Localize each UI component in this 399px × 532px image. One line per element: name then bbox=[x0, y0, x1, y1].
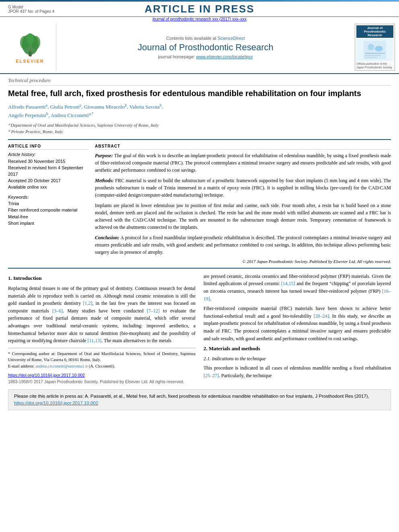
journal-homepage-link[interactable]: www.elsevier.com/locate/jpor bbox=[196, 54, 253, 59]
keyword-trinia: Trinia bbox=[8, 200, 88, 207]
article-title: Metal free, full arch, fixed prosthesis … bbox=[8, 88, 391, 99]
journal-header-center: Contents lists available at ScienceDirec… bbox=[56, 24, 355, 71]
elsevier-logo: ELSEVIER bbox=[4, 24, 56, 71]
journal-thumb-header: Journal ofProsthodonticResearch bbox=[356, 25, 393, 38]
thumb-image-icon bbox=[363, 40, 387, 60]
svg-rect-6 bbox=[364, 41, 386, 59]
authors: Alfredo Passarettia, Giulia Petronia, Gi… bbox=[8, 102, 391, 119]
footnote-corresponding: * Corresponding author at: Department of… bbox=[8, 351, 195, 364]
copyright-line: © 2017 Japan Prosthodontic Society. Publ… bbox=[95, 259, 391, 264]
elsevier-label: ELSEVIER bbox=[16, 59, 44, 64]
abstract-column: ABSTRACT Purpose: The goal of this work … bbox=[95, 144, 391, 264]
journal-title-main: Journal of Prosthodontic Research bbox=[138, 42, 274, 53]
journal-thumbnail: Journal ofProsthodonticResearch Official… bbox=[355, 24, 395, 71]
article-content: Technical procedure Metal free, full arc… bbox=[0, 74, 399, 410]
citation-doi-link[interactable]: https://doi.org/10.1016/j.jpor.2017.10.0… bbox=[14, 401, 98, 405]
affiliation-b: ᵇ Private Practice, Rome, Italy bbox=[8, 128, 391, 135]
elsevier-tree-icon bbox=[14, 31, 46, 58]
author-savoia: Valeria Savoiab bbox=[129, 104, 161, 110]
ref-20-24[interactable]: [20–24] bbox=[314, 313, 329, 319]
article-type: Technical procedure bbox=[8, 74, 391, 86]
author-petroni: Giulia Petronia bbox=[50, 104, 81, 110]
ref-11-13[interactable]: [11,13] bbox=[88, 338, 102, 343]
article-in-press-banner: G Model JPOR 437 No. of Pages 4 ARTICLE … bbox=[0, 2, 399, 17]
svg-rect-9 bbox=[365, 53, 385, 54]
abstract-purpose: Purpose: The goal of this work is to des… bbox=[95, 152, 391, 174]
keywords-section: Keywords: Trinia Fiber reinforced compos… bbox=[8, 195, 88, 227]
ref-14-15[interactable]: [14,15] bbox=[281, 281, 295, 286]
ref-16-19[interactable]: [16–19] bbox=[204, 288, 391, 302]
intro-para3: Fiber-reinforced composite material (FRC… bbox=[204, 305, 391, 342]
svg-point-4 bbox=[26, 33, 34, 44]
materials-para1: This procedure is indicated in all cases… bbox=[204, 364, 391, 379]
materials-subheading: 2.1. Indications to the technique bbox=[204, 355, 391, 363]
sciencedirect-link[interactable]: ScienceDirect bbox=[218, 36, 245, 41]
article-in-press-title: ARTICLE IN PRESS bbox=[72, 3, 327, 15]
keyword-short-implant: Short implant bbox=[8, 220, 88, 227]
author-perpetuini: Angelo Perpetuinib bbox=[8, 112, 48, 118]
footer-rights: 1883-1958/© 2017 Japan Prosthodontic Soc… bbox=[8, 378, 195, 385]
abstract-methods: Methods: FRC material is used to build t… bbox=[95, 177, 391, 199]
journal-thumb-body: Official publication of the Japan Prosth… bbox=[356, 62, 393, 69]
received-date: Received 30 November 2015 bbox=[8, 158, 88, 164]
journal-homepage: journal homepage: www.elsevier.com/locat… bbox=[158, 54, 253, 59]
keyword-frc: Fiber reinforced composite material bbox=[8, 207, 88, 214]
svg-point-8 bbox=[375, 46, 383, 51]
ref-3-6[interactable]: [3–6] bbox=[52, 308, 63, 314]
article-info-abstract-section: ARTICLE INFO Article history: Received 3… bbox=[8, 139, 391, 264]
article-history-label: Article history: bbox=[8, 152, 88, 157]
revised-date: Received in revised form 4 September 201… bbox=[8, 165, 88, 177]
citation-box: Please cite this article in press as: A.… bbox=[8, 389, 391, 411]
ref-25-27[interactable]: [25–27] bbox=[204, 373, 219, 378]
footnote-area: * Corresponding author at: Department of… bbox=[8, 348, 195, 370]
svg-rect-10 bbox=[365, 55, 381, 56]
body-section: 1. Introduction Replacing dental tissues… bbox=[8, 273, 391, 385]
doi-link: https://doi.org/10.1016/j.jpor.2017.10.0… bbox=[8, 372, 195, 378]
svg-rect-11 bbox=[365, 57, 377, 58]
g-model-text: G Model bbox=[8, 5, 72, 9]
section-divider bbox=[8, 268, 391, 269]
body-left-col: 1. Introduction Replacing dental tissues… bbox=[8, 273, 195, 385]
journal-online-ref: journal of prosthodontic research xxx (2… bbox=[0, 17, 399, 21]
author-passaretti: Alfredo Passarettia bbox=[8, 104, 47, 110]
author-miracolo: Giovanna Miracolob bbox=[84, 104, 127, 110]
footnote-email: E-mail address: andrea.cicconetti@unirom… bbox=[8, 363, 195, 370]
intro-para2: are pressed ceramic, zirconia ceramics a… bbox=[204, 273, 391, 302]
contents-line: Contents lists available at ScienceDirec… bbox=[166, 36, 245, 41]
abstract-title: ABSTRACT bbox=[95, 144, 391, 150]
svg-point-7 bbox=[368, 44, 374, 50]
article-info-column: ARTICLE INFO Article history: Received 3… bbox=[8, 144, 88, 264]
jpor-ref: JPOR 437 No. of Pages 4 bbox=[8, 9, 72, 14]
keyword-metal-free: Metal-free bbox=[8, 214, 88, 220]
keywords-label: Keywords: bbox=[8, 195, 88, 199]
ref-1-2[interactable]: [1,2] bbox=[83, 300, 92, 306]
journal-header: ELSEVIER Contents lists available at Sci… bbox=[0, 21, 399, 74]
author-cicconetti: Andrea Cicconettia,* bbox=[51, 112, 94, 118]
body-right-col: are pressed ceramic, zirconia ceramics a… bbox=[204, 273, 391, 385]
available-date: Available online xxx bbox=[8, 184, 88, 190]
intro-para1: Replacing dental tissues is one of the p… bbox=[8, 285, 195, 345]
citation-text: Please cite this article in press as: A.… bbox=[14, 394, 369, 398]
abstract-methods2: Implants are placed in lower edentulous … bbox=[95, 202, 391, 231]
journal-ref-link[interactable]: journal of prosthodontic research xxx (2… bbox=[152, 17, 246, 21]
materials-heading: 2. Materials and methods bbox=[204, 345, 391, 353]
footnote-email-link[interactable]: andrea.cicconetti@uniroma1.it bbox=[35, 364, 88, 368]
affiliations: ᵃ Department of Oral and Maxillofacial S… bbox=[8, 122, 391, 135]
abstract-conclusion: Conclusion: A protocol for a fixed mandi… bbox=[95, 234, 391, 256]
article-info-title: ARTICLE INFO bbox=[8, 144, 88, 150]
intro-heading: 1. Introduction bbox=[8, 274, 195, 282]
ref-7-12[interactable]: [7–12] bbox=[147, 308, 160, 314]
doi-anchor[interactable]: https://doi.org/10.1016/j.jpor.2017.10.0… bbox=[8, 373, 85, 378]
accepted-date: Accepted 20 October 2017 bbox=[8, 178, 88, 184]
affiliation-a: ᵃ Department of Oral and Maxillofacial S… bbox=[8, 122, 391, 129]
